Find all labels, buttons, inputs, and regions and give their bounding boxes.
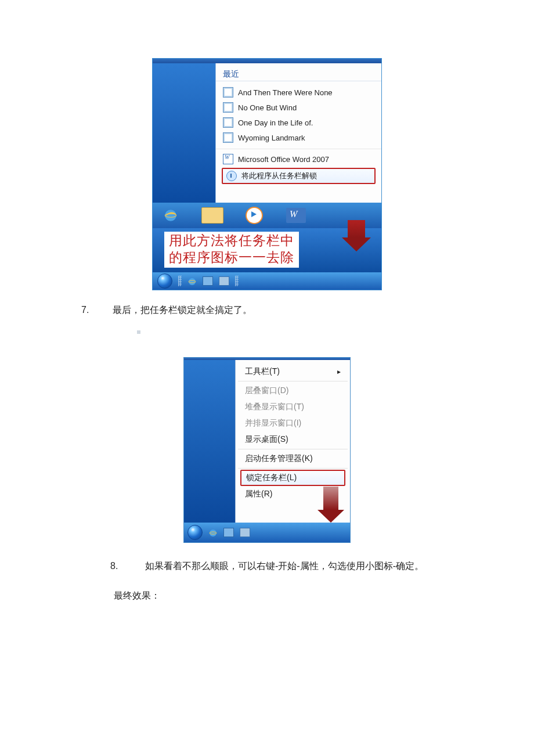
mini-ie-icon[interactable] bbox=[187, 277, 197, 285]
step7-text: 最后，把任务栏锁定就全搞定了。 bbox=[113, 305, 252, 315]
figure-unpin-jumplist: 最近 And Then There Were None No One But W… bbox=[152, 58, 382, 290]
recent-item[interactable]: Wyoming Landmark bbox=[216, 130, 381, 145]
down-arrow-icon bbox=[317, 487, 344, 523]
menu-lock-taskbar[interactable]: 锁定任务栏(L) bbox=[240, 470, 345, 486]
menu-show-desktop[interactable]: 显示桌面(S) bbox=[236, 431, 350, 448]
taskbar-small bbox=[153, 272, 381, 290]
word-doc-icon bbox=[223, 132, 233, 143]
annotation-banner: 用此方法将任务栏中 的程序图标一一去除 bbox=[153, 228, 381, 272]
taskbar-grab-handle[interactable] bbox=[235, 276, 239, 286]
start-orb-icon[interactable] bbox=[157, 273, 172, 289]
submenu-arrow-icon: ▸ bbox=[337, 368, 341, 376]
folder-icon bbox=[201, 207, 223, 224]
recent-item-label: One Day in the Life of. bbox=[238, 118, 313, 127]
taskbar-media-player-button[interactable] bbox=[243, 207, 265, 224]
jumplist-app-row[interactable]: Microsoft Office Word 2007 bbox=[216, 149, 381, 167]
step8-text: 如果看着不那么顺眼，可以右键-开始-属性，勾选使用小图标-确定。 bbox=[145, 561, 424, 571]
taskbar-ie-button[interactable] bbox=[160, 207, 182, 224]
window-titlebar-strip bbox=[153, 59, 381, 63]
taskbar-word-button[interactable] bbox=[285, 207, 307, 224]
menu-separator bbox=[238, 468, 348, 469]
step7-number: 7. bbox=[81, 305, 113, 315]
menu-label: 属性(R) bbox=[245, 489, 272, 499]
media-player-icon bbox=[246, 207, 263, 224]
jumplist-body: 最近 And Then There Were None No One But W… bbox=[153, 63, 381, 203]
menu-stack[interactable]: 堆叠显示窗口(T) bbox=[236, 399, 350, 415]
annotation-text: 用此方法将任务栏中 的程序图标一一去除 bbox=[164, 232, 299, 268]
svg-point-2 bbox=[189, 278, 196, 285]
taskbar-grab-handle[interactable] bbox=[178, 276, 182, 286]
step8-number: 8. bbox=[110, 561, 145, 571]
menu-label: 层叠窗口(D) bbox=[245, 386, 288, 396]
ie-icon bbox=[163, 208, 178, 223]
jumplist-app-label: Microsoft Office Word 2007 bbox=[238, 155, 329, 164]
menu-cascade[interactable]: 层叠窗口(D) bbox=[236, 383, 350, 399]
menu-toolbars[interactable]: 工具栏(T) ▸ bbox=[236, 363, 350, 380]
mini-pictures-icon[interactable] bbox=[203, 276, 213, 286]
word-icon bbox=[286, 208, 306, 223]
menu-label: 并排显示窗口(I) bbox=[245, 418, 301, 429]
menu-label: 启动任务管理器(K) bbox=[245, 453, 313, 464]
annotation-line1: 用此方法将任务栏中 bbox=[169, 233, 294, 248]
recent-item-label: Wyoming Landmark bbox=[238, 134, 305, 142]
step8-paragraph: 8.如果看着不那么顺眼，可以右键-开始-属性，勾选使用小图标-确定。 bbox=[110, 560, 511, 573]
down-arrow-icon bbox=[342, 220, 371, 253]
taskbar-explorer-button[interactable] bbox=[201, 207, 223, 224]
menu-separator bbox=[238, 449, 348, 449]
unpin-label: 将此程序从任务栏解锁 bbox=[241, 171, 317, 181]
final-result-label: 最终效果： bbox=[114, 590, 511, 602]
mini-monitor-icon[interactable] bbox=[219, 276, 229, 286]
recent-item-label: No One But Wind bbox=[238, 103, 297, 112]
menu-sidebyside[interactable]: 并排显示窗口(I) bbox=[236, 415, 350, 431]
desktop-blue-area bbox=[153, 63, 215, 203]
word-app-icon bbox=[223, 154, 233, 164]
menu-label: 显示桌面(S) bbox=[245, 434, 288, 445]
menu-separator bbox=[238, 381, 348, 381]
recent-item[interactable]: No One But Wind bbox=[216, 100, 381, 115]
step7-paragraph: 7.最后，把任务栏锁定就全搞定了。 bbox=[81, 304, 511, 316]
mini-ie-icon[interactable] bbox=[208, 528, 218, 537]
document-page: 最近 And Then There Were None No One But W… bbox=[0, 0, 534, 637]
menu-label: 工具栏(T) bbox=[245, 366, 280, 377]
mini-pictures-icon[interactable] bbox=[223, 528, 234, 537]
word-doc-icon bbox=[223, 87, 233, 98]
jumplist-section-title: 最近 bbox=[216, 67, 381, 81]
jumplist-panel: 最近 And Then There Were None No One But W… bbox=[215, 63, 381, 203]
word-doc-icon bbox=[223, 102, 233, 113]
recent-item[interactable]: One Day in the Life of. bbox=[216, 115, 381, 130]
menu-task-manager[interactable]: 启动任务管理器(K) bbox=[236, 451, 350, 467]
svg-point-4 bbox=[210, 530, 217, 537]
menu-label: 锁定任务栏(L) bbox=[246, 473, 297, 482]
unpin-from-taskbar-item[interactable]: 将此程序从任务栏解锁 bbox=[222, 168, 376, 184]
desktop-blue-area bbox=[184, 360, 235, 523]
recent-item[interactable]: And Then There Were None bbox=[216, 85, 381, 100]
svg-point-0 bbox=[165, 210, 176, 221]
start-orb-icon[interactable] bbox=[187, 525, 203, 540]
taskbar-small bbox=[184, 523, 350, 542]
figure-lock-taskbar-menu: 工具栏(T) ▸ 层叠窗口(D) 堆叠显示窗口(T) 并排显示窗口(I) 显示桌… bbox=[183, 357, 351, 543]
mini-monitor-icon[interactable] bbox=[240, 528, 250, 537]
menu-label: 堆叠显示窗口(T) bbox=[245, 402, 304, 412]
pin-icon bbox=[226, 171, 237, 181]
tiny-placeholder-dot bbox=[137, 330, 140, 334]
word-doc-icon bbox=[223, 117, 233, 128]
recent-item-label: And Then There Were None bbox=[238, 88, 333, 97]
annotation-line2: 的程序图标一一去除 bbox=[169, 250, 294, 265]
